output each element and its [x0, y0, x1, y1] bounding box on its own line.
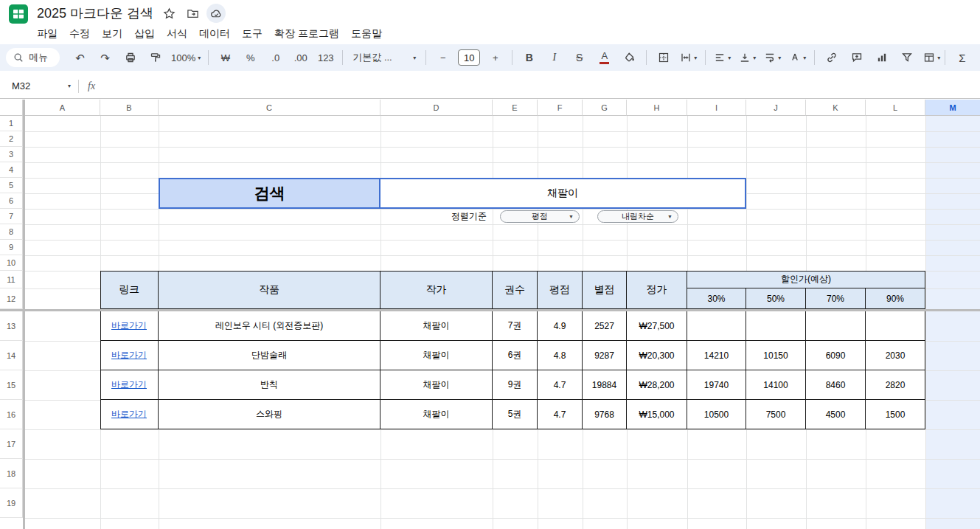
- menu-tools[interactable]: 도구: [236, 26, 268, 42]
- sort-by-dropdown[interactable]: 평점▼: [500, 210, 580, 223]
- menu-edit[interactable]: 수정: [63, 26, 96, 42]
- column-header-F[interactable]: F: [538, 100, 583, 116]
- cell-discount2-row13[interactable]: [746, 311, 806, 341]
- insert-link-button[interactable]: [819, 48, 844, 67]
- cell-price-row13[interactable]: ₩27,500: [627, 311, 687, 341]
- header-author[interactable]: 작가: [380, 271, 493, 309]
- row-header-8[interactable]: 8: [0, 224, 23, 240]
- cell-discount2-row16[interactable]: 7500: [746, 400, 806, 429]
- cell-discount3-row13[interactable]: [806, 311, 866, 341]
- star-icon[interactable]: [159, 4, 178, 23]
- cell-stars-row13[interactable]: 2527: [583, 311, 627, 341]
- paint-format-button[interactable]: [143, 48, 167, 67]
- header-discount-50[interactable]: 50%: [746, 288, 806, 309]
- search-label-cell[interactable]: 검색: [159, 178, 380, 209]
- percent-format-button[interactable]: %: [238, 48, 263, 67]
- horizontal-align-button[interactable]: ▾: [710, 48, 734, 67]
- font-size-input[interactable]: 10: [458, 49, 480, 66]
- cell-rating-row16[interactable]: 4.7: [538, 400, 583, 429]
- cell-link-row16[interactable]: 바로가기: [100, 400, 159, 429]
- currency-format-button[interactable]: ₩: [213, 48, 237, 67]
- cell-work-row14[interactable]: 단밤술래: [159, 341, 380, 370]
- cell-author-row13[interactable]: 채팔이: [380, 311, 493, 341]
- row-header-6[interactable]: 6: [0, 193, 23, 209]
- move-folder-icon[interactable]: [183, 4, 202, 23]
- column-header-I[interactable]: I: [687, 100, 746, 116]
- menu-extensions[interactable]: 확장 프로그램: [268, 26, 345, 42]
- cell-rating-row14[interactable]: 4.8: [538, 341, 583, 370]
- cell-price-row14[interactable]: ₩20,300: [627, 341, 687, 370]
- increase-font-size-button[interactable]: +: [483, 48, 507, 67]
- header-rating[interactable]: 평점: [538, 271, 583, 309]
- print-button[interactable]: [118, 48, 142, 67]
- cell-price-row15[interactable]: ₩28,200: [627, 370, 687, 400]
- column-header-H[interactable]: H: [627, 100, 687, 116]
- cell-volumes-row15[interactable]: 9권: [493, 370, 538, 400]
- bold-button[interactable]: B: [517, 48, 541, 67]
- toolbar-search[interactable]: 메뉴: [6, 48, 60, 67]
- sort-label-cell[interactable]: 정렬기준: [380, 209, 490, 224]
- row-header-10[interactable]: 10: [0, 255, 23, 271]
- row-header-14[interactable]: 14: [0, 341, 23, 370]
- insert-comment-button[interactable]: [844, 48, 869, 67]
- column-header-C[interactable]: C: [159, 100, 380, 116]
- row-header-3[interactable]: 3: [0, 147, 23, 162]
- cell-rating-row15[interactable]: 4.7: [538, 370, 583, 400]
- row-header-13[interactable]: 13: [0, 311, 23, 341]
- header-stars[interactable]: 별점: [583, 271, 627, 309]
- increase-decimal-button[interactable]: .00: [288, 48, 313, 67]
- menu-format[interactable]: 서식: [161, 26, 193, 42]
- cloud-saved-icon[interactable]: [206, 4, 226, 23]
- cell-work-row15[interactable]: 반칙: [159, 370, 380, 400]
- cell-stars-row14[interactable]: 9287: [583, 341, 627, 370]
- text-color-button[interactable]: A: [592, 48, 616, 67]
- header-work[interactable]: 작품: [159, 271, 380, 309]
- cell-discount3-row14[interactable]: 6090: [806, 341, 866, 370]
- row-header-19[interactable]: 19: [0, 488, 23, 518]
- row-header-9[interactable]: 9: [0, 240, 23, 255]
- italic-button[interactable]: I: [542, 48, 566, 67]
- redo-button[interactable]: ↷: [93, 48, 117, 67]
- menu-help[interactable]: 도움말: [345, 26, 388, 42]
- cell-volumes-row13[interactable]: 7권: [493, 311, 538, 341]
- cell-discount4-row16[interactable]: 1500: [866, 400, 925, 429]
- row-header-12[interactable]: 12: [0, 288, 23, 309]
- cell-discount3-row16[interactable]: 4500: [806, 400, 866, 429]
- column-header-L[interactable]: L: [866, 100, 925, 116]
- vertical-align-button[interactable]: ▾: [735, 48, 760, 67]
- functions-button[interactable]: Σ: [950, 48, 974, 67]
- row-header-7[interactable]: 7: [0, 209, 23, 224]
- menu-insert[interactable]: 삽입: [128, 26, 161, 42]
- row-header-15[interactable]: 15: [0, 370, 23, 400]
- cell-discount1-row13[interactable]: [687, 311, 746, 341]
- sheets-logo-icon[interactable]: [9, 4, 28, 27]
- cell-volumes-row16[interactable]: 5권: [493, 400, 538, 429]
- menu-view[interactable]: 보기: [96, 26, 128, 42]
- cell-discount4-row15[interactable]: 2820: [866, 370, 925, 400]
- header-volumes[interactable]: 권수: [493, 271, 538, 309]
- column-header-A[interactable]: A: [25, 100, 100, 116]
- header-discount-90[interactable]: 90%: [866, 288, 925, 309]
- undo-button[interactable]: ↶: [68, 48, 92, 67]
- name-box[interactable]: M32 ▾: [0, 80, 78, 91]
- column-header-J[interactable]: J: [746, 100, 806, 116]
- cell-link-row15[interactable]: 바로가기: [100, 370, 159, 400]
- column-header-M[interactable]: M: [925, 100, 980, 116]
- table-views-button[interactable]: ▾: [920, 48, 944, 67]
- header-link[interactable]: 링크: [100, 271, 159, 309]
- decrease-font-size-button[interactable]: −: [431, 48, 455, 67]
- cell-discount2-row15[interactable]: 14100: [746, 370, 806, 400]
- search-value-cell[interactable]: 채팔이: [379, 178, 746, 209]
- borders-button[interactable]: [651, 48, 675, 67]
- header-price[interactable]: 정가: [627, 271, 687, 309]
- row-header-11[interactable]: 11: [0, 271, 23, 288]
- cell-stars-row16[interactable]: 9768: [583, 400, 627, 429]
- cell-discount4-row13[interactable]: [866, 311, 925, 341]
- row-header-4[interactable]: 4: [0, 162, 23, 178]
- cell-work-row16[interactable]: 스와핑: [159, 400, 380, 429]
- row-header-17[interactable]: 17: [0, 429, 23, 459]
- grid-corner[interactable]: [0, 100, 23, 116]
- text-wrap-button[interactable]: ▾: [760, 48, 785, 67]
- cell-author-row14[interactable]: 채팔이: [380, 341, 493, 370]
- cell-stars-row15[interactable]: 19884: [583, 370, 627, 400]
